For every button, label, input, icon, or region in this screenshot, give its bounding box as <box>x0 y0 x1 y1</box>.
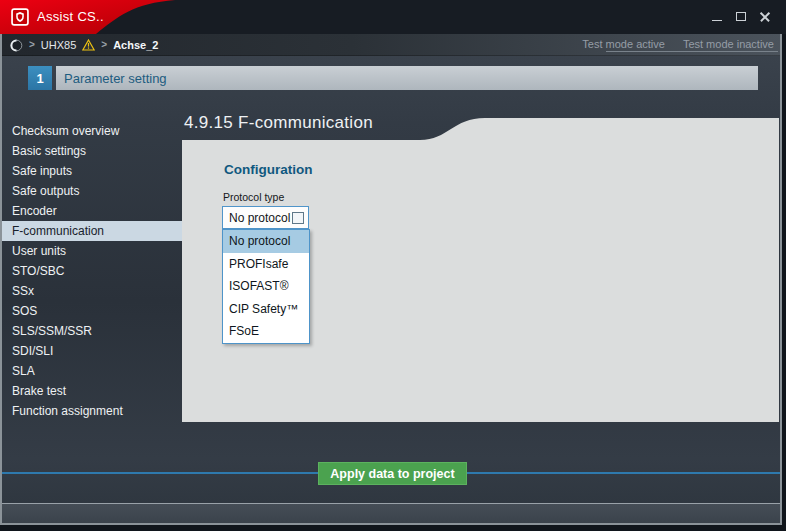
option-profisafe[interactable]: PROFIsafe <box>223 253 309 276</box>
app-title: Assist CS.. <box>37 9 104 24</box>
step-label: Parameter setting <box>64 71 167 86</box>
close-icon[interactable] <box>759 11 772 23</box>
main-area: 1 Parameter setting Checksum overview Ba… <box>0 56 782 503</box>
step-parameter-setting-bar[interactable]: Parameter setting <box>56 66 758 90</box>
status-bar <box>0 503 782 524</box>
configuration-section-title: Configuration <box>224 162 312 177</box>
sidebar-item-sla[interactable]: SLA <box>2 361 182 381</box>
option-no-protocol[interactable]: No protocol <box>223 230 309 253</box>
breadcrumb-separator: > <box>29 40 35 50</box>
sidebar-nav: Checksum overview Basic settings Safe in… <box>2 121 182 421</box>
sidebar-item-sto-sbc[interactable]: STO/SBC <box>2 261 182 281</box>
page-title: 4.9.15 F-communication <box>184 113 373 133</box>
breadcrumb-bar: > UHX85 > Achse_2 Test mode active Test … <box>0 34 782 56</box>
sidebar-item-brake-test[interactable]: Brake test <box>2 381 182 401</box>
title-bar: Assist CS.. <box>0 0 786 34</box>
sidebar-item-basic-settings[interactable]: Basic settings <box>2 141 182 161</box>
window-controls <box>711 11 772 23</box>
protocol-dropdown-list: No protocol PROFIsafe ISOFAST® CIP Safet… <box>222 229 310 344</box>
breadcrumb-separator: > <box>101 40 107 50</box>
breadcrumb-device[interactable]: UHX85 <box>41 39 76 51</box>
test-mode-active-button[interactable]: Test mode active <box>582 38 665 50</box>
breadcrumb-axis[interactable]: Achse_2 <box>113 39 158 51</box>
sidebar-item-sdi-sli[interactable]: SDI/SLI <box>2 341 182 361</box>
test-mode-inactive-button[interactable]: Test mode inactive <box>683 38 774 50</box>
option-fsoe[interactable]: FSoE <box>223 320 309 343</box>
sidebar-item-ssx[interactable]: SSx <box>2 281 182 301</box>
option-cip-safety[interactable]: CIP Safety™ <box>223 298 309 321</box>
application-window: Assist CS.. > UHX85 > Achse_2 Test mode … <box>0 0 786 531</box>
sidebar-item-safe-outputs[interactable]: Safe outputs <box>2 181 182 201</box>
warning-triangle-icon <box>82 39 95 51</box>
sidebar-item-sls-ssm-ssr[interactable]: SLS/SSM/SSR <box>2 321 182 341</box>
test-mode-toggles: Test mode active Test mode inactive <box>582 38 774 50</box>
step-number-badge[interactable]: 1 <box>28 66 52 90</box>
sidebar-item-f-communication[interactable]: F-communication <box>2 221 182 241</box>
combobox-value: No protocol <box>229 211 292 225</box>
sidebar-item-encoder[interactable]: Encoder <box>2 201 182 221</box>
sidebar-item-user-units[interactable]: User units <box>2 241 182 261</box>
list-box-icon[interactable] <box>292 212 304 224</box>
sidebar-item-function-assignment[interactable]: Function assignment <box>2 401 182 421</box>
maximize-icon[interactable] <box>735 11 748 23</box>
app-logo-shield-icon <box>11 8 29 26</box>
sidebar-item-safe-inputs[interactable]: Safe inputs <box>2 161 182 181</box>
apply-data-button[interactable]: Apply data to project <box>318 462 467 485</box>
test-mode-underline <box>606 51 778 52</box>
breadcrumb: > UHX85 > Achse_2 <box>10 34 158 56</box>
sidebar-item-sos[interactable]: SOS <box>2 301 182 321</box>
protocol-type-label: Protocol type <box>223 191 284 203</box>
protocol-type-combobox[interactable]: No protocol <box>222 206 309 229</box>
drive-icon <box>10 39 23 52</box>
minimize-icon[interactable] <box>711 11 724 23</box>
sidebar-item-checksum-overview[interactable]: Checksum overview <box>2 121 182 141</box>
option-isofast[interactable]: ISOFAST® <box>223 275 309 298</box>
